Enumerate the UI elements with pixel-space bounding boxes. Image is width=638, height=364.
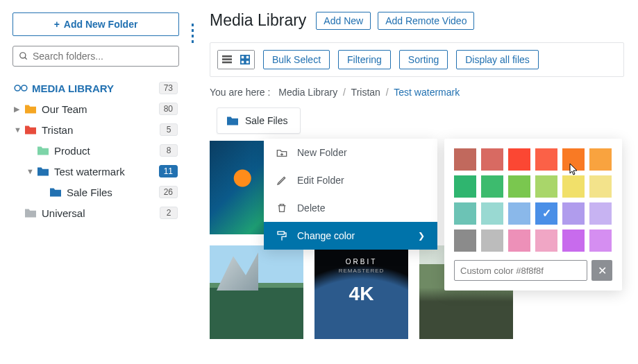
sidebar-item-count: 2 — [160, 207, 178, 219]
svg-rect-4 — [222, 55, 232, 58]
color-swatch[interactable] — [508, 202, 530, 225]
svg-point-3 — [22, 85, 27, 91]
color-swatch[interactable] — [535, 229, 557, 252]
add-new-folder-button[interactable]: + Add New Folder — [12, 12, 179, 36]
svg-rect-5 — [222, 58, 232, 60]
trash-icon — [276, 202, 287, 214]
context-menu: New Folder Edit Folder Delete Change col… — [264, 139, 437, 250]
folder-icon — [49, 187, 62, 198]
cm-edit-folder[interactable]: Edit Folder — [264, 166, 437, 194]
color-swatch[interactable] — [589, 229, 612, 252]
color-swatch[interactable] — [508, 175, 530, 198]
svg-point-0 — [20, 53, 26, 58]
tree-root[interactable]: MEDIA LIBRARY 73 — [12, 78, 179, 98]
tree-root-label: MEDIA LIBRARY — [32, 83, 159, 94]
folder-chip[interactable]: Sale Files — [217, 107, 301, 134]
svg-line-1 — [25, 58, 27, 60]
sidebar-item-universal[interactable]: Universal 2 — [12, 202, 179, 223]
list-view-button[interactable] — [218, 51, 236, 69]
folder-icon — [24, 103, 37, 114]
filtering-button[interactable]: Filtering — [338, 50, 391, 69]
page-header: Media Library Add New Add Remote Video — [210, 11, 624, 30]
sidebar-item-tristan[interactable]: ▼ Tristan 5 — [12, 119, 179, 140]
close-button[interactable]: ✕ — [591, 260, 612, 281]
search-icon — [19, 51, 28, 61]
cm-change-color[interactable]: Change color ❯ — [264, 222, 437, 250]
color-swatch[interactable] — [508, 148, 530, 171]
sidebar-item-our-team[interactable]: ▶ Our Team 80 — [12, 98, 179, 119]
cursor-icon — [569, 163, 579, 177]
color-swatch[interactable] — [481, 229, 503, 252]
color-swatch[interactable] — [508, 229, 530, 252]
color-swatch[interactable] — [589, 202, 612, 225]
sidebar-item-label: Tristan — [42, 124, 160, 136]
thumb-overlay-text: REMASTERED — [314, 268, 408, 274]
sidebar-item-sale-files[interactable]: Sale Files 26 — [37, 182, 179, 202]
color-swatch[interactable] — [589, 175, 612, 198]
sidebar-item-label: Product — [54, 145, 160, 157]
color-swatch[interactable] — [535, 148, 557, 171]
cm-delete[interactable]: Delete — [264, 194, 437, 222]
folder-icon — [226, 115, 240, 126]
sidebar-item-test-watermark[interactable]: ▼ Test watermark 11 — [25, 161, 179, 182]
sidebar: + Add New Folder MEDIA LIBRARY 73 ▶ Our … — [0, 0, 192, 364]
search-folders-input-wrap[interactable] — [12, 46, 179, 67]
color-swatch[interactable] — [535, 202, 557, 225]
search-input[interactable] — [33, 51, 173, 62]
color-swatch[interactable] — [481, 175, 503, 198]
folder-chip-label: Sale Files — [245, 115, 287, 126]
svg-rect-9 — [241, 60, 244, 64]
pencil-icon — [276, 175, 287, 186]
color-swatch[interactable] — [454, 175, 476, 198]
breadcrumb-link[interactable]: Media Library — [278, 87, 337, 98]
svg-rect-13 — [278, 232, 284, 234]
grid-view-button[interactable] — [236, 51, 254, 69]
chevron-right-icon: ▶ — [14, 105, 24, 114]
folder-tree: MEDIA LIBRARY 73 ▶ Our Team 80 ▼ Tristan… — [12, 78, 179, 223]
sidebar-item-count: 5 — [160, 123, 178, 136]
plus-icon: + — [54, 19, 60, 30]
library-icon — [14, 83, 28, 94]
breadcrumb-link[interactable]: Tristan — [351, 87, 380, 98]
breadcrumb-current: Test watermark — [394, 87, 460, 98]
media-thumb[interactable]: ORBIT REMASTERED 4K — [314, 245, 408, 339]
color-swatch[interactable] — [481, 202, 503, 225]
color-swatch[interactable] — [454, 202, 476, 225]
cm-label: Change color — [297, 230, 355, 241]
folder-icon — [24, 124, 37, 135]
color-picker-panel: ✕ — [444, 139, 622, 291]
svg-rect-6 — [222, 62, 232, 64]
thumb-overlay-text: 4K — [314, 283, 408, 305]
add-remote-video-button[interactable]: Add Remote Video — [378, 12, 474, 30]
cm-new-folder[interactable]: New Folder — [264, 139, 437, 166]
grid-icon — [240, 55, 250, 64]
color-swatch[interactable] — [454, 229, 476, 252]
color-swatch[interactable] — [562, 175, 585, 198]
list-icon — [222, 55, 232, 64]
display-all-files-button[interactable]: Display all files — [456, 50, 539, 69]
toolbar: Bulk Select Filtering Sorting Display al… — [210, 42, 624, 77]
add-folder-label: Add New Folder — [64, 19, 138, 30]
chevron-down-icon: ▼ — [14, 125, 24, 134]
breadcrumb: You are here : Media Library / Tristan /… — [210, 87, 624, 98]
add-new-button[interactable]: Add New — [316, 12, 371, 30]
color-swatch[interactable] — [481, 148, 503, 171]
color-swatch[interactable] — [454, 148, 476, 171]
color-swatch[interactable] — [562, 229, 585, 252]
sidebar-item-count: 26 — [159, 186, 178, 198]
color-swatch[interactable] — [535, 175, 557, 198]
sidebar-item-product[interactable]: Product 8 — [25, 140, 179, 161]
color-swatch[interactable] — [589, 148, 612, 171]
sidebar-item-label: Our Team — [42, 103, 159, 115]
bulk-select-button[interactable]: Bulk Select — [263, 50, 330, 69]
paint-roller-icon — [276, 230, 287, 241]
svg-rect-7 — [241, 55, 244, 59]
color-swatch[interactable] — [562, 202, 585, 225]
media-thumb[interactable] — [210, 245, 303, 339]
sidebar-item-count: 80 — [159, 103, 178, 115]
sorting-button[interactable]: Sorting — [399, 50, 448, 69]
custom-color-input[interactable] — [454, 260, 587, 281]
color-swatches — [454, 148, 612, 252]
cm-label: Delete — [297, 202, 325, 214]
new-folder-icon — [276, 148, 287, 157]
